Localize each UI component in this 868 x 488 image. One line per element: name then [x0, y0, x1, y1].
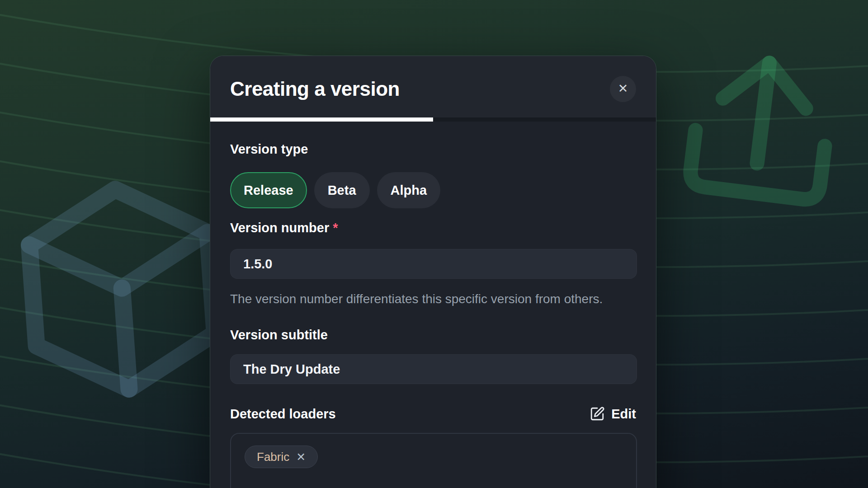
version-number-help-text: The version number differentiates this s… [230, 289, 632, 309]
upload-arrow-icon [652, 24, 868, 240]
version-type-options: Release Beta Alpha [230, 172, 636, 208]
edit-icon [590, 406, 605, 422]
detected-loaders-label: Detected loaders [230, 407, 336, 422]
version-number-label: Version number* [230, 221, 636, 235]
required-asterisk: * [333, 221, 338, 235]
version-type-beta-button[interactable]: Beta [314, 172, 370, 208]
version-number-input[interactable] [230, 249, 637, 279]
loader-chip-fabric: Fabric ✕ [245, 446, 318, 468]
remove-loader-icon: ✕ [296, 450, 306, 463]
close-icon: ✕ [618, 83, 628, 95]
progress-fill [210, 117, 433, 122]
modal-title: Creating a version [230, 78, 400, 100]
detected-loaders-header: Detected loaders Edit [230, 406, 636, 422]
remove-loader-button[interactable]: ✕ [296, 451, 306, 463]
loader-chip-label: Fabric [257, 450, 289, 464]
edit-button-label: Edit [611, 407, 636, 422]
detected-loaders-box: Fabric ✕ [230, 433, 637, 488]
version-type-alpha-button[interactable]: Alpha [377, 172, 441, 208]
version-type-label: Version type [230, 142, 636, 157]
progress-bar-track [210, 117, 656, 122]
create-version-modal: Creating a version ✕ Version type Releas… [210, 56, 656, 488]
close-button[interactable]: ✕ [610, 76, 636, 102]
package-cube-icon [4, 169, 241, 410]
version-subtitle-input[interactable] [230, 354, 637, 384]
edit-loaders-button[interactable]: Edit [590, 406, 636, 422]
modal-header: Creating a version ✕ [210, 56, 656, 122]
version-type-release-button[interactable]: Release [230, 172, 307, 208]
version-number-label-text: Version number [230, 221, 329, 235]
version-subtitle-label: Version subtitle [230, 328, 636, 343]
modal-body: Version type Release Beta Alpha Version … [210, 122, 656, 488]
